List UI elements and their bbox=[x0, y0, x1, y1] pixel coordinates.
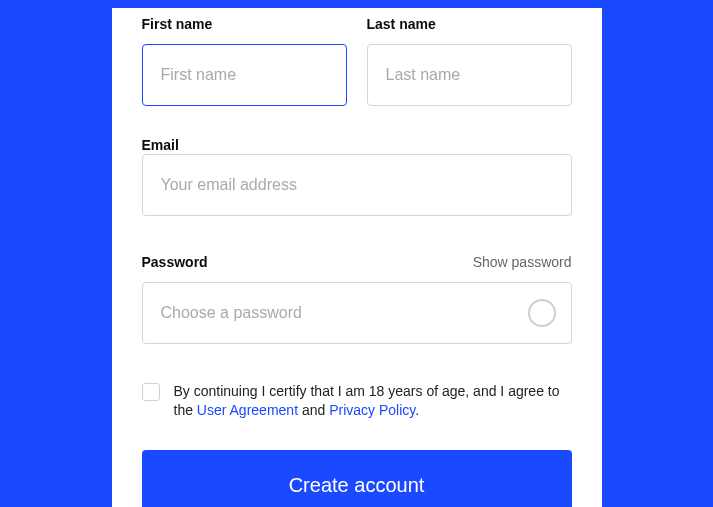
email-label: Email bbox=[142, 137, 179, 153]
last-name-field: Last name bbox=[367, 8, 572, 106]
password-label: Password bbox=[142, 254, 208, 270]
show-password-toggle[interactable]: Show password bbox=[473, 254, 572, 270]
consent-text: By continuing I certify that I am 18 yea… bbox=[174, 382, 572, 420]
first-name-label: First name bbox=[142, 16, 347, 32]
password-field: Password Show password bbox=[142, 246, 572, 344]
password-strength-icon bbox=[528, 299, 556, 327]
user-agreement-link[interactable]: User Agreement bbox=[197, 402, 298, 418]
first-name-field: First name bbox=[142, 8, 347, 106]
email-field: Email bbox=[142, 136, 572, 216]
name-row: First name Last name bbox=[142, 8, 572, 106]
privacy-policy-link[interactable]: Privacy Policy bbox=[329, 402, 415, 418]
password-input-wrap bbox=[142, 282, 572, 344]
email-input[interactable] bbox=[142, 154, 572, 216]
password-input[interactable] bbox=[142, 282, 572, 344]
consent-row: By continuing I certify that I am 18 yea… bbox=[142, 382, 572, 420]
consent-and: and bbox=[298, 402, 329, 418]
last-name-input[interactable] bbox=[367, 44, 572, 106]
password-header: Password Show password bbox=[142, 246, 572, 282]
consent-suffix: . bbox=[415, 402, 419, 418]
last-name-label: Last name bbox=[367, 16, 572, 32]
consent-checkbox[interactable] bbox=[142, 383, 160, 401]
first-name-input[interactable] bbox=[142, 44, 347, 106]
signup-card: First name Last name Email Password Show… bbox=[112, 8, 602, 507]
create-account-button[interactable]: Create account bbox=[142, 450, 572, 507]
